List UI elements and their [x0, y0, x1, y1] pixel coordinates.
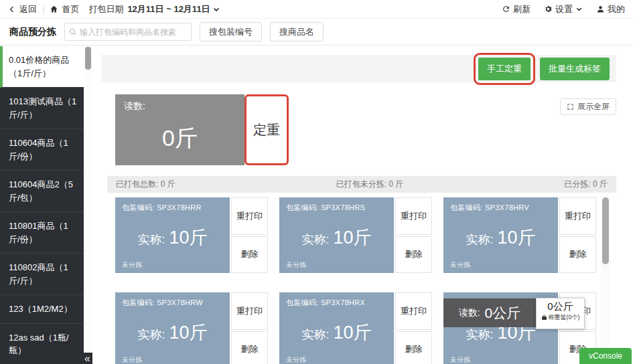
reprint-button[interactable]: 重打印	[231, 197, 268, 235]
home-button[interactable]: 首页	[50, 3, 79, 15]
date-range-picker[interactable]: 12月11日 ~ 12月11日	[127, 3, 220, 15]
sidebar-scrollbar-thumb[interactable]	[85, 47, 91, 70]
package-code-label: 包装编码:	[450, 203, 483, 211]
fix-weight-button[interactable]: 定重	[244, 94, 289, 165]
reprint-button[interactable]: 重打印	[559, 197, 596, 235]
reprint-button[interactable]: 重打印	[395, 292, 432, 330]
stat-sorted: 已分拣: 0 斤	[564, 179, 608, 190]
scale-reading-tooltip: 读数: 0公斤	[443, 298, 536, 327]
package-code-label: 包装编码:	[122, 298, 155, 306]
package-code-value: SP3X78HRW	[157, 298, 203, 306]
fullscreen-button[interactable]: 展示全屏	[560, 98, 616, 115]
actual-weight-value: 10斤	[333, 227, 371, 248]
package-card: 包装编码: SP3X78HRR 实称:10斤 未分拣 重打印 删除	[115, 197, 268, 273]
actual-weight-label: 实称:	[137, 233, 165, 246]
chevron-down-icon	[575, 5, 583, 13]
sidebar-item-product-5[interactable]: 110802商品（1斤/斤）	[0, 254, 84, 295]
package-card: 包装编码: SP3X78HRX 实称:10斤 未分拣 重打印 删除	[279, 292, 432, 364]
main-panel: 手工定重 批量生成标签 读数: 0斤 定重 展示全屏 已打包总数: 0 斤 已打…	[92, 46, 633, 364]
fullscreen-label: 展示全屏	[577, 101, 610, 112]
basket-icon	[541, 314, 547, 321]
package-card-body: 包装编码: SP3X78HRW 实称:10斤 未分拣	[115, 292, 230, 364]
delete-button[interactable]: 删除	[231, 236, 268, 274]
package-code-value: SP3X78HRV	[485, 203, 529, 211]
tooltip-reading-label: 读数:	[459, 307, 480, 319]
package-code-label: 包装编码:	[286, 298, 319, 306]
scale-reading-value: 0斤	[124, 123, 236, 154]
delete-button[interactable]: 删除	[395, 236, 432, 274]
search-input[interactable]	[80, 27, 187, 37]
person-icon	[596, 5, 605, 13]
sidebar-item-product-4[interactable]: 110801商品（1斤/份）	[0, 212, 84, 254]
search-package-code-button[interactable]: 搜包装编号	[200, 22, 262, 41]
home-label: 首页	[62, 3, 79, 15]
stat-sorted-value: 0 斤	[593, 179, 608, 189]
refresh-button[interactable]: 刷新	[502, 3, 531, 15]
package-code-value: SP3X78HRS	[321, 203, 365, 211]
package-code-value: SP3X78HRX	[321, 298, 365, 306]
search-input-wrap[interactable]	[64, 23, 192, 41]
pack-date-label: 打包日期	[88, 3, 123, 15]
stat-unsorted-label: 已打包未分拣:	[336, 179, 386, 189]
vconsole-button[interactable]: vConsole	[579, 348, 632, 364]
actual-weight-label: 实称:	[301, 233, 329, 246]
reprint-button[interactable]: 重打印	[231, 292, 268, 330]
cards-scrollbar-thumb[interactable]	[602, 197, 609, 264]
package-card-body: 包装编码: SP3X78HRS 实称:10斤 未分拣	[279, 197, 394, 273]
product-sidebar: 0.01价格的商品（1斤/斤） 1013测试商品（1斤/斤） 110604商品（…	[0, 46, 92, 364]
weighing-basket-popup: 0公斤 称重筐(0个)	[536, 298, 585, 329]
sort-status-badge: 未分拣	[450, 260, 470, 270]
package-code-value: SP3X78HRR	[157, 203, 202, 211]
stat-total: 已打包总数: 0 斤	[116, 179, 175, 190]
sidebar-item-product-0[interactable]: 0.01价格的商品（1斤/斤）	[0, 46, 84, 88]
gear-icon	[544, 5, 553, 13]
stat-sorted-label: 已分拣:	[564, 179, 590, 189]
sort-status-badge: 未分拣	[122, 355, 142, 364]
date-range-value: 12月11日 ~ 12月11日	[127, 3, 210, 15]
delete-button[interactable]: 删除	[395, 331, 432, 364]
sidebar-item-product-3[interactable]: 110604商品2（5斤/包）	[0, 171, 84, 212]
package-card-body: 包装编码: SP3X78HRX 实称:10斤 未分拣	[279, 292, 394, 364]
sidebar-item-product-7[interactable]: 12as sad（1瓶/瓶）	[0, 324, 84, 364]
scale-reading-display: 读数: 0斤	[115, 94, 244, 165]
sort-status-badge: 未分拣	[122, 260, 142, 270]
top-bar: 返回 | 首页 打包日期 12月11日 ~ 12月11日 刷新 设置	[0, 0, 633, 19]
package-card-body: 包装编码: SP3X78HRV 实称:10斤 未分拣	[443, 197, 558, 273]
actual-weight-value: 10斤	[497, 227, 535, 248]
chevron-left-icon	[8, 5, 16, 13]
sidebar-item-product-2[interactable]: 110604商品（1斤/份）	[0, 129, 84, 171]
sidebar-item-product-6[interactable]: 123（1M2/M2）	[0, 295, 84, 324]
delete-button[interactable]: 删除	[559, 236, 596, 274]
reprint-button[interactable]: 重打印	[395, 197, 432, 235]
sidebar-scrollbar[interactable]	[84, 46, 92, 353]
settings-menu[interactable]: 设置	[544, 3, 583, 15]
actual-weight-value: 10斤	[333, 323, 371, 343]
search-product-name-button[interactable]: 搜商品名	[270, 22, 324, 41]
basket-label: 称重筐(0个)	[549, 313, 580, 322]
refresh-icon	[502, 5, 510, 13]
batch-generate-labels-button[interactable]: 批量生成标签	[540, 58, 610, 80]
tooltip-reading-value: 0公斤	[485, 304, 521, 323]
product-list: 0.01价格的商品（1斤/斤） 1013测试商品（1斤/斤） 110604商品（…	[0, 46, 84, 364]
actual-weight-label: 实称:	[466, 328, 493, 341]
scale-reading-label: 读数:	[124, 100, 236, 112]
page-title: 商品预分拣	[9, 26, 56, 38]
actual-weight-label: 实称:	[301, 328, 329, 341]
stat-unsorted: 已打包未分拣: 0 斤	[336, 179, 404, 190]
chevron-down-icon	[212, 5, 220, 13]
manual-weight-button[interactable]: 手工定重	[478, 58, 531, 80]
sort-status-badge: 未分拣	[286, 260, 306, 270]
back-button[interactable]: 返回	[8, 3, 37, 15]
package-card: 包装编码: SP3X78HRS 实称:10斤 未分拣 重打印 删除	[279, 197, 432, 273]
cards-scrollbar[interactable]	[601, 194, 610, 364]
my-account-button[interactable]: 我的	[596, 3, 625, 15]
sidebar-item-product-1[interactable]: 1013测试商品（1斤/斤）	[0, 88, 84, 129]
my-account-label: 我的	[608, 3, 625, 15]
expand-icon	[567, 103, 574, 110]
collapse-sidebar-icon[interactable]: «	[84, 353, 90, 364]
package-card-grid: 包装编码: SP3X78HRR 实称:10斤 未分拣 重打印 删除 包装编码: …	[115, 197, 597, 364]
divider: |	[42, 4, 44, 14]
package-card: 包装编码: SP3X78HRV 实称:10斤 未分拣 重打印 删除	[443, 197, 596, 273]
stat-unsorted-value: 0 斤	[389, 179, 403, 189]
delete-button[interactable]: 删除	[231, 331, 268, 364]
